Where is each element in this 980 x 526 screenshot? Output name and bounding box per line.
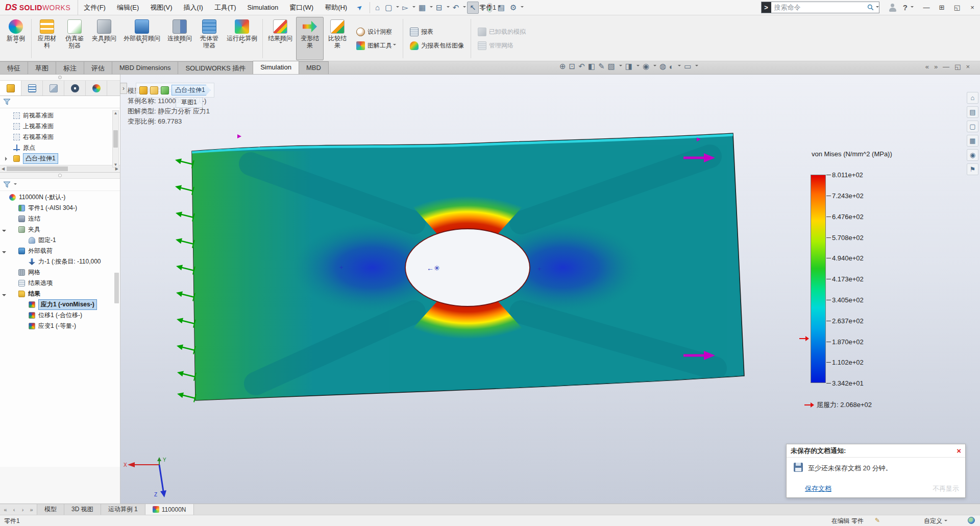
plot-tools-caret-icon[interactable] (393, 44, 396, 47)
open-icon[interactable]: ▻ (400, 2, 410, 13)
menu-file[interactable]: 文件(F) (78, 0, 111, 15)
search-caret-icon[interactable] (876, 6, 879, 9)
external-loads-caret-icon[interactable] (141, 42, 144, 45)
study-tree-scroll-thumb[interactable] (114, 273, 119, 303)
connections-advisor-button[interactable]: 连接顾问 (164, 17, 195, 60)
display-style-caret-icon[interactable] (636, 65, 640, 68)
custom-properties-icon[interactable]: ⚑ (967, 163, 978, 175)
save-document-link[interactable]: 保存文档 (805, 484, 831, 493)
breadcrumb-body-icon[interactable] (150, 86, 158, 94)
study-results-folder-item[interactable]: 结果 (0, 289, 120, 299)
shell-manager-button[interactable]: 壳体管 理器 (195, 17, 223, 60)
hscroll-thumb[interactable] (7, 166, 68, 171)
minimize-doc-icon[interactable]: — (943, 63, 949, 70)
help-caret-icon[interactable] (911, 6, 914, 9)
tab-model[interactable]: 模型 (37, 504, 64, 515)
new-document-icon[interactable]: ▢ (383, 2, 394, 13)
filter-funnel-icon[interactable] (3, 98, 11, 106)
last-tab-icon[interactable]: » (27, 507, 36, 513)
help-icon[interactable]: ? (903, 3, 908, 12)
notification-close-icon[interactable]: × (957, 446, 961, 455)
tab-evaluate[interactable]: 评估 (84, 61, 112, 74)
study-part-item[interactable]: 零件1 (-AISI 304-) (0, 203, 120, 213)
search-magnifier-icon[interactable] (867, 4, 874, 11)
options-caret-icon[interactable] (521, 6, 524, 9)
view-settings-icon[interactable]: ▭ (684, 62, 691, 71)
feature-manager-tab[interactable] (0, 81, 21, 95)
tab-mbd-dimensions[interactable]: MBD Dimensions (112, 61, 178, 74)
save-caret-icon[interactable] (430, 6, 433, 9)
apply-material-button[interactable]: 应用材 料 (33, 17, 61, 60)
tab-solidworks-addins[interactable]: SOLIDWORKS 插件 (178, 61, 253, 74)
undo-icon[interactable]: ↶ (451, 2, 461, 13)
feature-tree-scrollbar[interactable]: ▲ ▼ (112, 110, 119, 168)
apply-scene-caret-icon[interactable] (678, 65, 681, 68)
include-image-for-report-button[interactable]: 为报表包括图像 (408, 40, 466, 51)
deformed-result-button[interactable]: 变形结 果 (296, 17, 324, 60)
restore-doc-icon[interactable]: ◱ (954, 63, 961, 70)
graphics-viewport[interactable]: 模型名称: 零件1 算例名称: 110000N(-默认-) 图解类型: 静应力分… (120, 75, 980, 504)
breadcrumb-part-icon[interactable] (139, 86, 148, 94)
tree-splitter-handle[interactable] (0, 173, 120, 179)
collapse-arrow-icon[interactable] (2, 230, 6, 234)
tab-annotation[interactable]: 标注 (56, 61, 84, 74)
expand-arrow-icon[interactable] (5, 157, 9, 161)
home-taskpane-icon[interactable]: ⌂ (967, 92, 978, 104)
open-caret-icon[interactable] (412, 6, 415, 9)
tab-3d-views[interactable]: 3D 视图 (64, 504, 101, 515)
resize-window-icon[interactable]: ⊞ (934, 0, 949, 15)
breadcrumb-feature-icon[interactable] (161, 86, 169, 94)
study-strain-plot-item[interactable]: 应变1 (-等量-) (0, 321, 120, 331)
scroll-down-icon[interactable]: ▼ (114, 162, 118, 167)
feature-tree-hscrollbar[interactable]: ◀ ▶ (0, 165, 120, 173)
zoom-area-icon[interactable]: ⊡ (569, 62, 576, 71)
units-globe-icon[interactable] (968, 517, 975, 524)
status-custom-dropdown[interactable]: 自定义 (924, 517, 947, 525)
panel-splitter-handle[interactable] (0, 75, 120, 81)
study-fixed-item[interactable]: 固定-1 (0, 235, 120, 246)
display-manager-tab[interactable] (86, 81, 107, 95)
options-gear-icon[interactable]: ⚙ (508, 2, 519, 13)
study-filter-caret-icon[interactable] (14, 183, 17, 186)
external-loads-advisor-button[interactable]: 外部载荷顾问 (120, 17, 164, 60)
tab-features[interactable]: 特征 (0, 61, 28, 74)
run-study-button[interactable]: 运行此算例 (223, 17, 261, 60)
menu-tools[interactable]: 工具(T) (209, 0, 242, 15)
scroll-up-icon[interactable]: ▲ (114, 111, 118, 115)
new-study-button[interactable]: 新算例 (2, 17, 30, 60)
study-external-loads-item[interactable]: 外部载荷 (0, 246, 120, 256)
tree-item-front-plane[interactable]: 前视基准面 (0, 110, 120, 121)
menu-view[interactable]: 视图(V) (144, 0, 178, 15)
restore-window-icon[interactable]: ◱ (949, 0, 965, 15)
plot-tools-button[interactable]: 图解工具 (354, 40, 398, 51)
simulation-evaluator-button[interactable]: 仿真鉴 别器 (61, 17, 88, 60)
undo-caret-icon[interactable] (463, 6, 466, 9)
run-study-caret-icon[interactable] (241, 42, 244, 45)
print-icon[interactable]: ⊟ (434, 2, 445, 13)
section-view-icon[interactable]: ◧ (588, 62, 595, 71)
pin-menu-icon[interactable]: ➤ (355, 3, 364, 12)
view-orientation-caret-icon[interactable] (619, 65, 622, 68)
study-fixtures-item[interactable]: 夹具 (0, 224, 120, 235)
results-advisor-button[interactable]: 结果顾问 (264, 17, 296, 60)
first-tab-icon[interactable]: « (1, 507, 10, 513)
annotation-view-icon[interactable]: ✎ (598, 62, 605, 71)
dimxpert-manager-tab[interactable] (64, 81, 86, 95)
menu-edit[interactable]: 编辑(E) (111, 0, 144, 15)
previous-view-icon[interactable]: ↶ (578, 62, 585, 71)
study-result-options-item[interactable]: 结果选项 (0, 278, 120, 289)
scroll-left-icon[interactable]: ◀ (2, 166, 5, 171)
command-search-box[interactable]: > (761, 2, 879, 13)
edit-appearance-icon[interactable]: ◍ (659, 62, 666, 71)
home-icon[interactable]: ⌂ (373, 2, 382, 13)
view-palette-icon[interactable]: ▦ (967, 135, 978, 147)
collapse-arrow-icon[interactable] (2, 294, 6, 298)
print-caret-icon[interactable] (447, 6, 450, 9)
menu-simulation[interactable]: Simulation (241, 0, 284, 15)
design-insight-button[interactable]: 设计洞察 (354, 27, 398, 37)
tree-item-boss-extrude[interactable]: 凸台-拉伸1 (0, 153, 120, 164)
tree-item-top-plane[interactable]: 上视基准面 (0, 121, 120, 132)
study-root-item[interactable]: 110000N (-默认-) (0, 192, 120, 203)
breadcrumb-feature-tag[interactable]: 凸台-拉伸1 (172, 85, 211, 95)
panel-flyout-button[interactable]: › (120, 83, 127, 94)
